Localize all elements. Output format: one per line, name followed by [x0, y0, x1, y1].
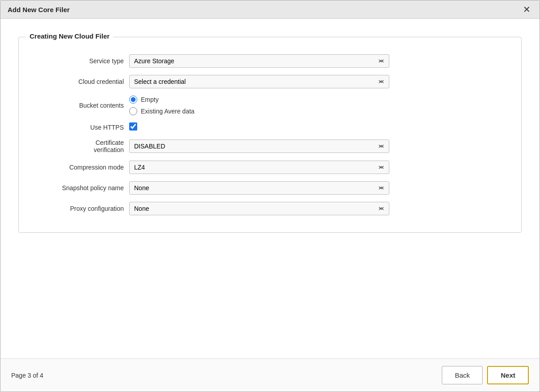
snapshot-policy-label: Snapshot policy name	[28, 178, 126, 198]
use-https-label: Use HTTPS	[28, 119, 126, 135]
bucket-empty-label: Empty	[141, 96, 159, 103]
compression-mode-select[interactable]: LZ4 None GZIP	[129, 161, 389, 174]
form-table: Service type Azure Storage Amazon S3 Goo…	[28, 51, 508, 219]
close-button[interactable]: ✕	[521, 5, 532, 14]
cert-verification-label-text: Certificateverification	[94, 139, 124, 153]
compression-mode-control: LZ4 None GZIP	[126, 157, 508, 178]
footer-buttons: Back Next	[442, 366, 529, 384]
section-legend: Creating New Cloud Filer	[26, 32, 113, 40]
service-type-label: Service type	[28, 51, 126, 71]
cloud-credential-label: Cloud credential	[28, 71, 126, 92]
cert-verification-select[interactable]: DISABLED ENABLED	[129, 139, 389, 153]
page-info: Page 3 of 4	[11, 372, 44, 379]
use-https-row: Use HTTPS	[28, 119, 508, 135]
cert-verification-row: Certificateverification DISABLED ENABLED	[28, 135, 508, 157]
bucket-radio-group: Empty Existing Avere data	[129, 96, 505, 115]
cloud-credential-control: Select a credential	[126, 71, 508, 92]
cloud-credential-select[interactable]: Select a credential	[129, 75, 389, 88]
next-button[interactable]: Next	[487, 366, 529, 384]
snapshot-policy-row: Snapshot policy name None	[28, 178, 508, 198]
use-https-control	[126, 119, 508, 135]
bucket-existing-option[interactable]: Existing Avere data	[129, 107, 505, 115]
dialog-body: Creating New Cloud Filer Service type Az…	[0, 19, 540, 358]
snapshot-policy-select[interactable]: None	[129, 181, 389, 195]
compression-mode-row: Compression mode LZ4 None GZIP	[28, 157, 508, 178]
service-type-select[interactable]: Azure Storage Amazon S3 Google Cloud Sto…	[129, 54, 389, 68]
dialog-title: Add New Core Filer	[8, 6, 70, 13]
bucket-existing-label: Existing Avere data	[141, 108, 195, 115]
service-type-row: Service type Azure Storage Amazon S3 Goo…	[28, 51, 508, 71]
dialog-header: Add New Core Filer ✕	[0, 0, 540, 19]
bucket-contents-row: Bucket contents Empty Existing Avere dat…	[28, 92, 508, 119]
bucket-existing-radio[interactable]	[129, 107, 137, 115]
dialog-footer: Page 3 of 4 Back Next	[0, 358, 540, 392]
cloud-credential-row: Cloud credential Select a credential	[28, 71, 508, 92]
snapshot-policy-control: None	[126, 178, 508, 198]
proxy-config-control: None	[126, 198, 508, 219]
bucket-empty-option[interactable]: Empty	[129, 96, 505, 104]
proxy-config-select[interactable]: None	[129, 202, 389, 215]
compression-mode-label: Compression mode	[28, 157, 126, 178]
cert-verification-control: DISABLED ENABLED	[126, 135, 508, 157]
bucket-contents-label: Bucket contents	[28, 92, 126, 119]
dialog: Add New Core Filer ✕ Creating New Cloud …	[0, 0, 540, 392]
bucket-empty-radio[interactable]	[129, 96, 137, 104]
proxy-config-row: Proxy configuration None	[28, 198, 508, 219]
cert-verification-label: Certificateverification	[28, 135, 126, 157]
section-box: Creating New Cloud Filer Service type Az…	[18, 37, 522, 233]
service-type-control: Azure Storage Amazon S3 Google Cloud Sto…	[126, 51, 508, 71]
bucket-contents-control: Empty Existing Avere data	[126, 92, 508, 119]
back-button[interactable]: Back	[442, 366, 483, 384]
use-https-checkbox[interactable]	[129, 122, 137, 131]
proxy-config-label: Proxy configuration	[28, 198, 126, 219]
